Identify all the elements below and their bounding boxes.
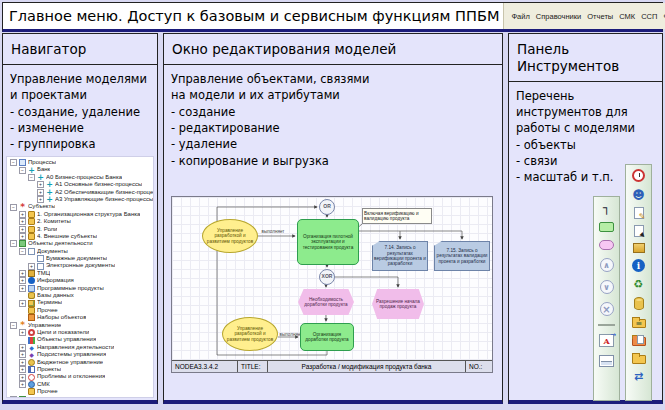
menu-item[interactable]: Справочники — [533, 11, 584, 22]
tree-expander[interactable]: − — [19, 167, 26, 174]
diagram-node-ellipse-yellow[interactable]: Управление разработкой и развитием проду… — [222, 317, 278, 351]
diagram-node-connector-circle[interactable]: OR — [319, 199, 335, 215]
diagram-node-connector-circle[interactable]: XOR — [319, 269, 335, 285]
tree-item[interactable]: +А1 Основные бизнес-процессы — [7, 181, 153, 188]
tree-expander[interactable]: + — [19, 277, 26, 284]
tree-item[interactable]: Бумажные документы — [7, 255, 153, 262]
user-icon[interactable] — [631, 188, 646, 201]
pink-rounded-icon[interactable] — [599, 240, 614, 250]
tree-item[interactable]: +Подсистемы управления — [7, 351, 153, 358]
tree-item[interactable]: −Субъекты — [7, 203, 153, 210]
tree-item[interactable]: +2. Комитеты — [7, 218, 153, 225]
green-rect-icon[interactable] — [599, 222, 614, 232]
tree-item[interactable]: −Банк — [7, 166, 153, 173]
tree-item[interactable]: +Отчеты — [7, 396, 153, 399]
doc-icon — [28, 248, 35, 255]
menu-item[interactable]: Файл — [508, 11, 532, 22]
tree-item[interactable]: +Программные продукты — [7, 285, 153, 292]
tree-expander[interactable]: + — [28, 263, 35, 270]
tree-expander[interactable]: + — [37, 181, 44, 188]
tree-expander[interactable]: + — [19, 344, 26, 351]
diagram-node-doc-blue[interactable]: 7.15. Запись о результатах валидации про… — [434, 241, 490, 271]
tree-expander[interactable]: + — [19, 226, 26, 233]
tree-expander[interactable]: + — [10, 396, 17, 398]
menu-item[interactable]: ФСА — [660, 11, 665, 22]
tree-item[interactable]: Прочее — [7, 388, 153, 395]
folder-open-icon[interactable] — [632, 337, 646, 346]
tree-item[interactable]: +Термины — [7, 299, 153, 306]
tree-expander[interactable]: + — [37, 189, 44, 196]
tree-expander[interactable]: + — [19, 366, 26, 373]
diagram-node-note[interactable]: Включая верификацию и валидацию продукта — [362, 208, 432, 224]
tree-item[interactable]: +3. Роли — [7, 226, 153, 233]
tree-item[interactable]: −А0 Бизнес-процессы Банка — [7, 174, 153, 181]
tree-item[interactable]: +Цели и показатели — [7, 329, 153, 336]
tree-expander[interactable]: + — [19, 233, 26, 240]
tree-item[interactable]: −Объекты деятельности — [7, 240, 153, 247]
tree-item[interactable]: Базы данных — [7, 292, 153, 299]
tree-item[interactable]: +4. Внешние субъекты — [7, 233, 153, 240]
diagram-node-hex-pink[interactable]: Необходимость доработки продукта — [298, 289, 354, 315]
tree-item[interactable]: +А2 Обеспечивающие бизнес-процессы — [7, 189, 153, 196]
folder-list-icon[interactable] — [632, 319, 646, 328]
tree-expander[interactable]: + — [19, 329, 26, 336]
tree-item[interactable]: +А3 Управляющие бизнес-процессы — [7, 196, 153, 203]
text-style-icon[interactable] — [599, 334, 614, 347]
tree-expander[interactable]: − — [10, 240, 17, 247]
recycle-icon[interactable] — [631, 278, 646, 291]
and-circle-icon[interactable] — [600, 258, 614, 272]
tree-item[interactable]: −Документы — [7, 248, 153, 255]
menu-item[interactable]: Отчеты — [584, 11, 616, 22]
tree-item[interactable]: −Управление — [7, 322, 153, 329]
diagram-node-hex-pink[interactable]: Разрешение начала продаж продукта — [372, 289, 424, 319]
folder-icon[interactable] — [632, 355, 646, 364]
tree-expander[interactable]: − — [10, 204, 17, 211]
diagram-canvas[interactable]: ORУправление разработкой и развитием про… — [172, 197, 492, 360]
database-icon[interactable] — [634, 297, 644, 310]
tree-item[interactable]: +СМК — [7, 381, 153, 388]
tree-expander[interactable]: − — [19, 248, 26, 255]
alarm-clock-icon[interactable] — [632, 169, 645, 182]
tree-expander[interactable]: + — [19, 359, 26, 366]
tree-expander[interactable]: − — [10, 322, 17, 329]
tree-expander[interactable]: − — [10, 159, 17, 166]
tree-expander[interactable]: + — [19, 285, 26, 292]
tree-item[interactable]: +ТМЦ — [7, 270, 153, 277]
tree-expander[interactable]: − — [28, 174, 35, 181]
info-icon[interactable] — [632, 259, 645, 272]
navigator-tree[interactable]: −Процессы−Банк−А0 Бизнес-процессы Банка+… — [6, 156, 154, 398]
tree-item[interactable]: +Информация — [7, 277, 153, 284]
tree-item[interactable]: +Проблемы и отклонения — [7, 373, 153, 380]
window-icon[interactable] — [599, 355, 614, 367]
doc-edit-icon[interactable] — [634, 207, 644, 219]
tree-item[interactable]: +Проекты — [7, 366, 153, 373]
tree-item[interactable]: Объекты управления — [7, 336, 153, 343]
tree-expander[interactable]: + — [19, 351, 26, 358]
plug-icon[interactable] — [631, 370, 646, 383]
tree-item[interactable]: Наборы объектов — [7, 314, 153, 321]
tree-item[interactable]: +1. Организационная структура Банка — [7, 211, 153, 218]
connector-line-icon[interactable] — [599, 201, 614, 214]
tree-expander[interactable]: + — [19, 381, 26, 388]
diagram-node-doc-blue[interactable]: 7.14. Запись о результатах верификации п… — [372, 241, 428, 271]
xor-circle-icon[interactable] — [600, 302, 614, 316]
tree-item[interactable]: Прочее — [7, 307, 153, 314]
box-3d-icon[interactable] — [633, 243, 645, 253]
diagram-node-box-green[interactable]: Организация пилотной эксплуатации и тест… — [297, 219, 359, 265]
diagram-footer: NODEA3.3.4.2 TITLE: Разработка / модифик… — [172, 360, 492, 372]
diagram-node-ellipse-yellow[interactable]: Управление разработкой и развитием проду… — [202, 219, 258, 253]
menu-item[interactable]: СМК — [616, 11, 638, 22]
tree-item[interactable]: +Направления деятельности — [7, 344, 153, 351]
or-circle-icon[interactable] — [600, 280, 614, 294]
menu-item[interactable]: ССП — [638, 11, 660, 22]
diagram-node-box-green[interactable]: Организация доработки продукта — [300, 323, 354, 351]
tree-item[interactable]: +Электронные документы — [7, 262, 153, 269]
tree-expander[interactable]: + — [19, 374, 26, 381]
doc-select-icon[interactable] — [634, 225, 644, 237]
tree-expander[interactable]: + — [19, 218, 26, 225]
tree-item[interactable]: +Бюджетное управление — [7, 359, 153, 366]
tree-expander[interactable]: + — [19, 270, 26, 277]
tree-expander[interactable]: + — [19, 300, 26, 307]
tree-expander[interactable]: + — [37, 196, 44, 203]
tree-expander[interactable]: + — [19, 211, 26, 218]
